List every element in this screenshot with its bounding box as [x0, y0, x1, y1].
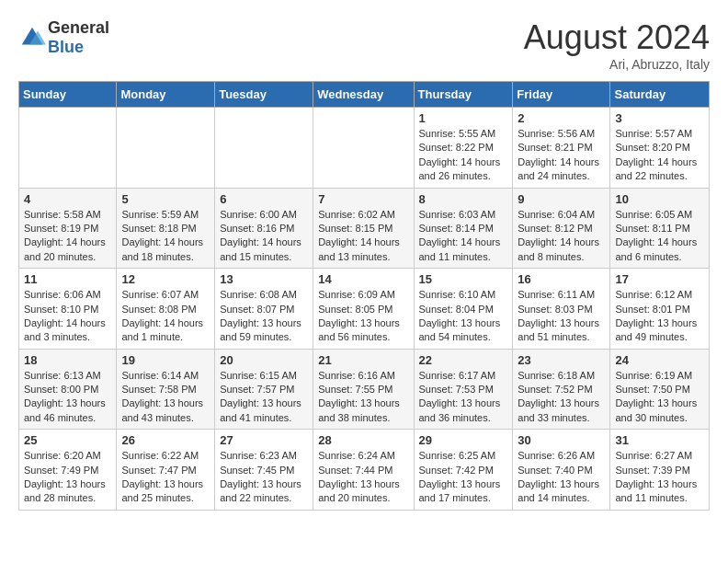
day-info: Sunrise: 6:02 AM Sunset: 8:15 PM Dayligh…	[318, 208, 408, 265]
day-number: 15	[419, 272, 508, 286]
day-number: 16	[518, 272, 605, 286]
calendar-cell: 24Sunrise: 6:19 AM Sunset: 7:50 PM Dayli…	[610, 349, 710, 430]
logo-icon	[18, 24, 46, 52]
calendar-cell: 22Sunrise: 6:17 AM Sunset: 7:53 PM Dayli…	[414, 349, 513, 430]
calendar-week-1: 1Sunrise: 5:55 AM Sunset: 8:22 PM Daylig…	[19, 108, 710, 189]
calendar-cell: 4Sunrise: 5:58 AM Sunset: 8:19 PM Daylig…	[19, 188, 117, 269]
calendar-cell: 9Sunrise: 6:04 AM Sunset: 8:12 PM Daylig…	[513, 188, 610, 269]
title-section: August 2024 Ari, Abruzzo, Italy	[524, 18, 710, 72]
calendar-cell: 28Sunrise: 6:24 AM Sunset: 7:44 PM Dayli…	[313, 430, 414, 511]
header-tuesday: Tuesday	[215, 82, 313, 108]
day-number: 14	[318, 272, 408, 286]
location: Ari, Abruzzo, Italy	[524, 57, 710, 72]
calendar-cell: 6Sunrise: 6:00 AM Sunset: 8:16 PM Daylig…	[215, 188, 313, 269]
logo-blue-label: Blue	[48, 38, 109, 57]
header-wednesday: Wednesday	[313, 82, 414, 108]
day-info: Sunrise: 6:09 AM Sunset: 8:05 PM Dayligh…	[318, 288, 408, 345]
calendar-table: SundayMondayTuesdayWednesdayThursdayFrid…	[18, 81, 710, 511]
calendar-cell: 20Sunrise: 6:15 AM Sunset: 7:57 PM Dayli…	[215, 349, 313, 430]
day-info: Sunrise: 6:19 AM Sunset: 7:50 PM Dayligh…	[615, 369, 704, 426]
header-sunday: Sunday	[19, 82, 117, 108]
day-info: Sunrise: 6:27 AM Sunset: 7:39 PM Dayligh…	[615, 449, 704, 506]
header-monday: Monday	[117, 82, 215, 108]
calendar-cell	[19, 108, 117, 189]
day-number: 4	[24, 192, 111, 206]
day-number: 5	[121, 192, 210, 206]
day-number: 1	[419, 111, 508, 125]
day-number: 23	[518, 353, 605, 367]
logo: General Blue	[18, 18, 109, 57]
month-title: August 2024	[524, 18, 710, 57]
day-info: Sunrise: 5:59 AM Sunset: 8:18 PM Dayligh…	[121, 208, 210, 265]
day-number: 11	[24, 272, 111, 286]
calendar-week-4: 18Sunrise: 6:13 AM Sunset: 8:00 PM Dayli…	[19, 349, 710, 430]
calendar-cell: 7Sunrise: 6:02 AM Sunset: 8:15 PM Daylig…	[313, 188, 414, 269]
day-info: Sunrise: 5:55 AM Sunset: 8:22 PM Dayligh…	[419, 127, 508, 184]
day-number: 13	[220, 272, 308, 286]
day-info: Sunrise: 6:17 AM Sunset: 7:53 PM Dayligh…	[419, 369, 508, 426]
header: General Blue August 2024 Ari, Abruzzo, I…	[18, 18, 710, 72]
calendar-cell	[215, 108, 313, 189]
calendar-cell: 18Sunrise: 6:13 AM Sunset: 8:00 PM Dayli…	[19, 349, 117, 430]
calendar-cell: 8Sunrise: 6:03 AM Sunset: 8:14 PM Daylig…	[414, 188, 513, 269]
day-info: Sunrise: 6:14 AM Sunset: 7:58 PM Dayligh…	[121, 369, 210, 426]
day-number: 26	[121, 433, 210, 447]
calendar-cell: 25Sunrise: 6:20 AM Sunset: 7:49 PM Dayli…	[19, 430, 117, 511]
day-info: Sunrise: 6:23 AM Sunset: 7:45 PM Dayligh…	[220, 449, 308, 506]
day-info: Sunrise: 5:56 AM Sunset: 8:21 PM Dayligh…	[518, 127, 605, 184]
header-friday: Friday	[513, 82, 610, 108]
calendar-cell: 10Sunrise: 6:05 AM Sunset: 8:11 PM Dayli…	[610, 188, 710, 269]
day-number: 27	[220, 433, 308, 447]
calendar-cell: 12Sunrise: 6:07 AM Sunset: 8:08 PM Dayli…	[117, 269, 215, 350]
day-number: 21	[318, 353, 408, 367]
day-number: 19	[121, 353, 210, 367]
day-number: 31	[615, 433, 704, 447]
calendar-cell: 27Sunrise: 6:23 AM Sunset: 7:45 PM Dayli…	[215, 430, 313, 511]
day-info: Sunrise: 6:10 AM Sunset: 8:04 PM Dayligh…	[419, 288, 508, 345]
day-info: Sunrise: 6:05 AM Sunset: 8:11 PM Dayligh…	[615, 208, 704, 265]
day-info: Sunrise: 6:11 AM Sunset: 8:03 PM Dayligh…	[518, 288, 605, 345]
calendar-header: SundayMondayTuesdayWednesdayThursdayFrid…	[19, 82, 710, 108]
day-info: Sunrise: 6:18 AM Sunset: 7:52 PM Dayligh…	[518, 369, 605, 426]
header-thursday: Thursday	[414, 82, 513, 108]
day-number: 30	[518, 433, 605, 447]
day-info: Sunrise: 6:04 AM Sunset: 8:12 PM Dayligh…	[518, 208, 605, 265]
day-info: Sunrise: 5:57 AM Sunset: 8:20 PM Dayligh…	[615, 127, 704, 184]
day-info: Sunrise: 6:08 AM Sunset: 8:07 PM Dayligh…	[220, 288, 308, 345]
day-info: Sunrise: 6:20 AM Sunset: 7:49 PM Dayligh…	[24, 449, 111, 506]
day-info: Sunrise: 6:13 AM Sunset: 8:00 PM Dayligh…	[24, 369, 111, 426]
day-info: Sunrise: 6:24 AM Sunset: 7:44 PM Dayligh…	[318, 449, 408, 506]
day-info: Sunrise: 6:22 AM Sunset: 7:47 PM Dayligh…	[121, 449, 210, 506]
calendar-body: 1Sunrise: 5:55 AM Sunset: 8:22 PM Daylig…	[19, 108, 710, 511]
day-info: Sunrise: 6:03 AM Sunset: 8:14 PM Dayligh…	[419, 208, 508, 265]
calendar-cell: 1Sunrise: 5:55 AM Sunset: 8:22 PM Daylig…	[414, 108, 513, 189]
day-info: Sunrise: 6:00 AM Sunset: 8:16 PM Dayligh…	[220, 208, 308, 265]
calendar-cell: 29Sunrise: 6:25 AM Sunset: 7:42 PM Dayli…	[414, 430, 513, 511]
calendar-cell: 15Sunrise: 6:10 AM Sunset: 8:04 PM Dayli…	[414, 269, 513, 350]
day-info: Sunrise: 6:25 AM Sunset: 7:42 PM Dayligh…	[419, 449, 508, 506]
calendar-cell: 26Sunrise: 6:22 AM Sunset: 7:47 PM Dayli…	[117, 430, 215, 511]
day-info: Sunrise: 6:16 AM Sunset: 7:55 PM Dayligh…	[318, 369, 408, 426]
day-number: 24	[615, 353, 704, 367]
day-number: 22	[419, 353, 508, 367]
calendar-cell: 16Sunrise: 6:11 AM Sunset: 8:03 PM Dayli…	[513, 269, 610, 350]
day-info: Sunrise: 6:15 AM Sunset: 7:57 PM Dayligh…	[220, 369, 308, 426]
calendar-cell: 5Sunrise: 5:59 AM Sunset: 8:18 PM Daylig…	[117, 188, 215, 269]
calendar-cell: 3Sunrise: 5:57 AM Sunset: 8:20 PM Daylig…	[610, 108, 710, 189]
day-number: 18	[24, 353, 111, 367]
day-info: Sunrise: 6:06 AM Sunset: 8:10 PM Dayligh…	[24, 288, 111, 345]
calendar-week-2: 4Sunrise: 5:58 AM Sunset: 8:19 PM Daylig…	[19, 188, 710, 269]
day-number: 9	[518, 192, 605, 206]
header-saturday: Saturday	[610, 82, 710, 108]
day-number: 2	[518, 111, 605, 125]
calendar-cell	[117, 108, 215, 189]
day-number: 6	[220, 192, 308, 206]
day-number: 28	[318, 433, 408, 447]
calendar-cell	[313, 108, 414, 189]
logo-text: General Blue	[48, 18, 109, 57]
calendar-cell: 14Sunrise: 6:09 AM Sunset: 8:05 PM Dayli…	[313, 269, 414, 350]
day-number: 3	[615, 111, 704, 125]
calendar-cell: 17Sunrise: 6:12 AM Sunset: 8:01 PM Dayli…	[610, 269, 710, 350]
calendar-cell: 23Sunrise: 6:18 AM Sunset: 7:52 PM Dayli…	[513, 349, 610, 430]
day-number: 29	[419, 433, 508, 447]
